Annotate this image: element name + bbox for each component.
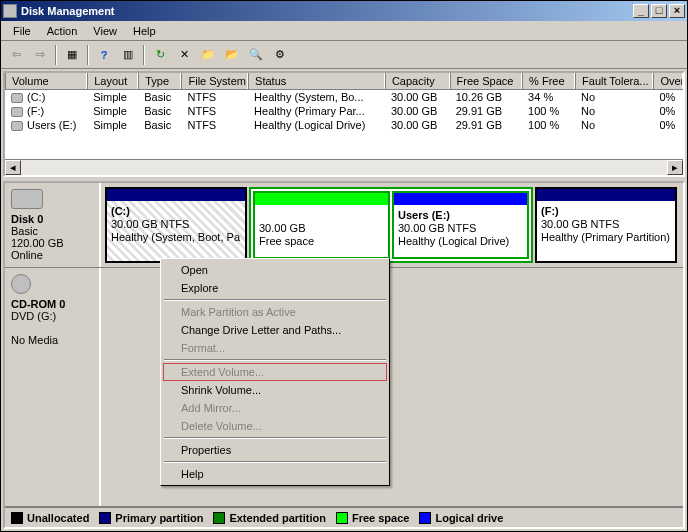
ctx-format: Format... xyxy=(163,339,387,357)
part-e-status: Healthy (Logical Drive) xyxy=(398,235,509,247)
table-row[interactable]: Users (E:)SimpleBasicNTFSHealthy (Logica… xyxy=(5,118,683,132)
scroll-left-button[interactable]: ◂ xyxy=(5,160,21,175)
part-c-status: Healthy (System, Boot, Pa xyxy=(111,231,240,243)
ctx-explore[interactable]: Explore xyxy=(163,279,387,297)
menu-action[interactable]: Action xyxy=(39,23,86,39)
disk-0-info[interactable]: Disk 0 Basic 120.00 GB Online xyxy=(5,183,101,267)
ctx-open[interactable]: Open xyxy=(163,261,387,279)
partition-f[interactable]: (F:) 30.00 GB NTFS Healthy (Primary Part… xyxy=(535,187,677,263)
col-capacity[interactable]: Capacity xyxy=(385,73,450,89)
partition-c[interactable]: (C:) 30.00 GB NTFS Healthy (System, Boot… xyxy=(105,187,247,263)
ctx-add-mirror: Add Mirror... xyxy=(163,399,387,417)
menu-help[interactable]: Help xyxy=(125,23,164,39)
help-button[interactable]: ? xyxy=(93,44,115,66)
maximize-button[interactable]: □ xyxy=(651,4,667,18)
col-overhead[interactable]: Overh xyxy=(653,73,683,89)
part-e-size: 30.00 GB NTFS xyxy=(398,222,476,234)
horizontal-scrollbar[interactable]: ◂ ▸ xyxy=(5,159,683,175)
scroll-right-button[interactable]: ▸ xyxy=(667,160,683,175)
table-row[interactable]: (C:)SimpleBasicNTFSHealthy (System, Bo..… xyxy=(5,90,683,104)
partition-freespace[interactable]: 30.00 GB Free space xyxy=(253,191,390,259)
ctx-extend-volume: Extend Volume... xyxy=(163,363,387,381)
part-e-label: Users (E:) xyxy=(398,209,450,221)
menu-file[interactable]: File xyxy=(5,23,39,39)
legend-unallocated: Unallocated xyxy=(27,512,89,524)
back-button[interactable]: ⇦ xyxy=(5,44,27,66)
col-layout[interactable]: Layout xyxy=(87,73,138,89)
part-f-size: 30.00 GB NTFS xyxy=(541,218,619,230)
context-menu: Open Explore Mark Partition as Active Ch… xyxy=(160,258,390,486)
ctx-delete-volume: Delete Volume... xyxy=(163,417,387,435)
legend: Unallocated Primary partition Extended p… xyxy=(5,507,683,527)
col-fault[interactable]: Fault Tolera... xyxy=(575,73,653,89)
settings-button[interactable]: ⚙ xyxy=(269,44,291,66)
disk-0-row: Disk 0 Basic 120.00 GB Online (C:) 30.00… xyxy=(5,183,683,268)
part-c-size: 30.00 GB NTFS xyxy=(111,218,189,230)
part-free-status: Free space xyxy=(259,235,314,247)
col-pctfree[interactable]: % Free xyxy=(522,73,575,89)
col-status[interactable]: Status xyxy=(248,73,385,89)
disk-0-type: Basic xyxy=(11,225,93,237)
legend-free: Free space xyxy=(352,512,409,524)
ctx-shrink-volume[interactable]: Shrink Volume... xyxy=(163,381,387,399)
titlebar[interactable]: Disk Management _ □ × xyxy=(1,1,687,21)
hard-disk-icon xyxy=(11,189,43,209)
disk-0-size: 120.00 GB xyxy=(11,237,93,249)
legend-primary: Primary partition xyxy=(115,512,203,524)
legend-logical: Logical drive xyxy=(435,512,503,524)
col-type[interactable]: Type xyxy=(138,73,181,89)
app-icon xyxy=(3,4,17,18)
partition-e[interactable]: Users (E:) 30.00 GB NTFS Healthy (Logica… xyxy=(392,191,529,259)
disk-0-name: Disk 0 xyxy=(11,213,93,225)
col-filesystem[interactable]: File System xyxy=(181,73,248,89)
cdrom-name: CD-ROM 0 xyxy=(11,298,93,310)
part-c-label: (C:) xyxy=(111,205,130,217)
cdrom-icon xyxy=(11,274,31,294)
part-f-label: (F:) xyxy=(541,205,559,217)
search-button[interactable]: 🔍 xyxy=(245,44,267,66)
disk-0-status: Online xyxy=(11,249,93,261)
ctx-properties[interactable]: Properties xyxy=(163,441,387,459)
refresh-button[interactable]: ↻ xyxy=(149,44,171,66)
minimize-button[interactable]: _ xyxy=(633,4,649,18)
cdrom-info[interactable]: CD-ROM 0 DVD (G:) No Media xyxy=(5,268,101,506)
col-volume[interactable]: Volume xyxy=(5,73,87,89)
properties-button[interactable]: ▥ xyxy=(117,44,139,66)
cdrom-status: No Media xyxy=(11,334,93,346)
delete-button[interactable]: ✕ xyxy=(173,44,195,66)
folder2-button[interactable]: 📂 xyxy=(221,44,243,66)
ctx-help[interactable]: Help xyxy=(163,465,387,483)
ctx-mark-active: Mark Partition as Active xyxy=(163,303,387,321)
table-row[interactable]: (F:)SimpleBasicNTFSHealthy (Primary Par.… xyxy=(5,104,683,118)
window-title: Disk Management xyxy=(21,5,115,17)
part-free-size: 30.00 GB xyxy=(259,222,305,234)
view-list-button[interactable]: ▦ xyxy=(61,44,83,66)
menu-view[interactable]: View xyxy=(85,23,125,39)
forward-button[interactable]: ⇨ xyxy=(29,44,51,66)
menubar: File Action View Help xyxy=(1,21,687,41)
table-header: Volume Layout Type File System Status Ca… xyxy=(5,73,683,90)
toolbar: ⇦ ⇨ ▦ ? ▥ ↻ ✕ 📁 📂 🔍 ⚙ xyxy=(1,41,687,69)
ctx-change-drive-letter[interactable]: Change Drive Letter and Paths... xyxy=(163,321,387,339)
folder1-button[interactable]: 📁 xyxy=(197,44,219,66)
volumes-table: Volume Layout Type File System Status Ca… xyxy=(3,71,685,177)
part-f-status: Healthy (Primary Partition) xyxy=(541,231,670,243)
cdrom-sub: DVD (G:) xyxy=(11,310,93,322)
legend-extended: Extended partition xyxy=(229,512,326,524)
col-freespace[interactable]: Free Space xyxy=(450,73,522,89)
close-button[interactable]: × xyxy=(669,4,685,18)
